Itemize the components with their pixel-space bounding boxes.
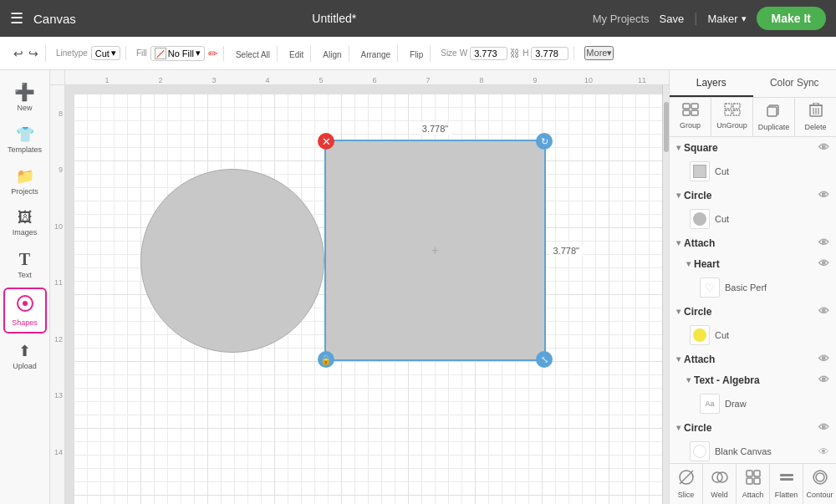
flip-label: Flip (410, 50, 423, 59)
ruler-tick-h-7: 7 (401, 76, 455, 84)
delete-icon (809, 103, 823, 121)
layer-chevron-attach-2 (676, 354, 681, 364)
layer-group-circle-label: Circle (684, 190, 815, 201)
layer-item-circle-blank[interactable]: Blank Canvas 👁 (670, 438, 836, 463)
sidebar-item-shapes[interactable]: Shapes (3, 288, 47, 333)
layer-thumb-text-algebra: Aa (700, 394, 720, 414)
layer-group-circle-header[interactable]: Circle 👁 (670, 185, 836, 206)
sidebar-item-projects-label: Projects (11, 187, 38, 196)
ruler-tick-v-13: 13 (50, 368, 64, 425)
slice-button[interactable]: Slice (670, 464, 703, 504)
layer-thumb-circle-blank (690, 441, 710, 461)
svg-point-1 (23, 301, 28, 306)
layer-group-heart-header[interactable]: Heart 👁 (680, 253, 836, 274)
layer-group-circle-blank-header[interactable]: Circle 👁 (670, 417, 836, 438)
ruler-vertical: 8 9 10 11 12 13 14 15 (50, 85, 65, 504)
layer-group-text-algebra-header[interactable]: Text - Algebra 👁 (680, 369, 836, 390)
undo-button[interactable]: ↩ (12, 45, 25, 62)
vertical-scrollbar[interactable] (662, 85, 669, 504)
layer-eye-circle-yellow[interactable]: 👁 (818, 305, 829, 318)
circle-blank-thumb-shape (693, 445, 706, 458)
ungroup-button[interactable]: UnGroup (711, 98, 753, 136)
canvas-square-object[interactable]: 3.778" 3.778" + ✕ ↻ 🔒 ⤡ (324, 140, 546, 361)
layer-item-circle-cut[interactable]: Cut (670, 206, 836, 232)
layer-eye-x-circle-blank[interactable]: 👁 (818, 445, 829, 458)
save-button[interactable]: Save (660, 13, 685, 25)
fill-select[interactable]: No Fill ▾ (150, 46, 205, 61)
sidebar-item-templates[interactable]: 👕 Templates (3, 120, 47, 159)
delete-handle[interactable]: ✕ (318, 133, 334, 150)
layer-eye-heart[interactable]: 👁 (818, 257, 829, 270)
width-input[interactable] (470, 47, 507, 60)
hamburger-icon[interactable]: ☰ (10, 9, 23, 28)
flatten-button[interactable]: Flatten (770, 464, 803, 504)
redo-button[interactable]: ↪ (27, 45, 40, 62)
rotate-handle[interactable]: ↻ (536, 133, 553, 150)
lock-handle[interactable]: 🔒 (318, 351, 334, 368)
more-group: More▾ (579, 46, 619, 60)
chain-link-icon: ⛓ (510, 48, 520, 59)
layer-thumb-circle (690, 209, 710, 229)
align-group: Align (316, 45, 349, 62)
delete-button[interactable]: Delete (795, 98, 836, 136)
duplicate-button[interactable]: Duplicate (753, 98, 795, 136)
sidebar-item-upload[interactable]: ⬆ Upload (3, 337, 47, 375)
tab-layers[interactable]: Layers (670, 70, 753, 97)
maker-button[interactable]: Maker ▾ (707, 13, 746, 25)
heart-thumb-shape: ♡ (705, 282, 715, 294)
layer-text-algebra-label: Draw (725, 399, 829, 409)
attach-button[interactable]: Attach (737, 464, 770, 504)
group-icon (682, 103, 699, 120)
layer-eye-attach-2[interactable]: 👁 (818, 353, 829, 365)
linetype-group: Linetype Cut ▾ (51, 46, 126, 60)
shapes-icon (16, 294, 34, 317)
linetype-select[interactable]: Cut ▾ (91, 46, 120, 60)
layer-group-square-header[interactable]: Square 👁 (670, 137, 836, 158)
layer-group-attach-1-header[interactable]: Attach 👁 (670, 232, 836, 253)
canvas-circle-object[interactable] (140, 169, 324, 353)
more-button[interactable]: More▾ (584, 46, 614, 60)
ruler-tick-v-11: 11 (50, 255, 64, 312)
vertical-scrollbar-thumb[interactable] (664, 102, 669, 152)
svg-rect-2 (683, 104, 690, 109)
layer-group-attach-2-header[interactable]: Attach 👁 (670, 349, 836, 369)
arrange-button[interactable]: Arrange (359, 45, 393, 62)
my-projects-button[interactable]: My Projects (593, 13, 650, 25)
edit-button[interactable]: Edit (288, 45, 305, 62)
layer-group-heart-label: Heart (694, 258, 815, 270)
sidebar-item-text[interactable]: T Text (3, 245, 47, 284)
tab-color-sync[interactable]: Color Sync (753, 70, 837, 97)
layer-eye-attach-1[interactable]: 👁 (818, 237, 829, 249)
svg-rect-27 (780, 478, 793, 481)
flip-button[interactable]: Flip (408, 45, 425, 62)
weld-button[interactable]: Weld (703, 464, 737, 504)
make-it-button[interactable]: Make It (757, 7, 826, 30)
canvas-scroll[interactable]: 3.778" 3.778" + ✕ ↻ 🔒 ⤡ (65, 85, 669, 504)
layer-thumb-heart: ♡ (700, 277, 720, 298)
ruler-tick-v-8: 8 (50, 85, 64, 142)
layer-item-square-cut[interactable]: Cut (670, 158, 836, 185)
ruler-corner (50, 70, 65, 85)
dimension-height-label: 3.778" (550, 245, 583, 257)
circle-yellow-thumb-shape (693, 328, 706, 342)
sidebar-item-projects[interactable]: 📁 Projects (3, 162, 47, 201)
pen-tool-icon[interactable]: ✏ (208, 47, 218, 60)
layer-eye-circle-blank[interactable]: 👁 (818, 421, 829, 434)
layer-item-heart[interactable]: ♡ Basic Perf (680, 274, 836, 301)
sidebar-item-new[interactable]: ➕ New (3, 77, 47, 117)
layer-eye-text-algebra[interactable]: 👁 (818, 374, 829, 386)
select-all-button[interactable]: Select All (234, 45, 272, 62)
height-input[interactable] (531, 47, 568, 60)
layer-group-circle-yellow-header[interactable]: Circle 👁 (670, 301, 836, 322)
contour-button[interactable]: Contour (803, 464, 836, 504)
align-button[interactable]: Align (321, 45, 343, 62)
layer-eye-square[interactable]: 👁 (818, 141, 829, 154)
layer-item-text-algebra[interactable]: Aa Draw (680, 390, 836, 417)
layer-item-circle-yellow[interactable]: Cut (670, 322, 836, 349)
group-button[interactable]: Group (670, 98, 711, 136)
layer-eye-circle[interactable]: 👁 (818, 189, 829, 201)
layer-chevron-circle-blank (676, 423, 681, 432)
scale-handle[interactable]: ⤡ (536, 351, 553, 368)
sidebar-item-images[interactable]: 🖼 Images (3, 204, 47, 242)
ruler-tick-h-11: 11 (615, 76, 669, 84)
